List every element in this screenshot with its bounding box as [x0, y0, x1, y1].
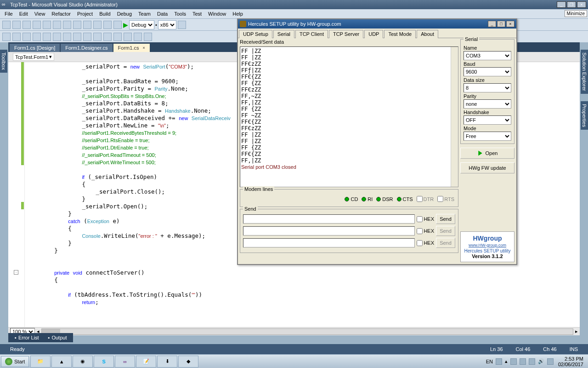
- menu-tools[interactable]: Tools: [171, 10, 189, 17]
- tray-icon-1[interactable]: [496, 358, 502, 365]
- tb2-5[interactable]: [43, 33, 51, 41]
- tb2-11[interactable]: [103, 33, 112, 41]
- rx-textarea[interactable]: FF |ZZ FF |ZZ FF€zZZ FFƒ|ZZ FF€{ZZ FF {Z…: [240, 46, 458, 187]
- check-dtr[interactable]: DTR: [417, 196, 434, 202]
- menu-window[interactable]: Window: [205, 10, 229, 17]
- logo-url[interactable]: www.HW-group.com: [464, 243, 511, 247]
- panel-tab-output[interactable]: ▪ Output: [45, 334, 70, 341]
- menu-test[interactable]: Test: [190, 10, 204, 17]
- config-select[interactable]: Debug: [129, 20, 154, 29]
- tb2-1[interactable]: [2, 33, 11, 41]
- send-input-1[interactable]: [243, 226, 415, 236]
- menu-view[interactable]: View: [32, 10, 48, 17]
- h-tab-tcp-server[interactable]: TCP Server: [329, 30, 363, 38]
- menu-refactor[interactable]: Refactor: [49, 10, 74, 17]
- tb2-7[interactable]: [63, 33, 71, 41]
- doc-tab[interactable]: Form1.cs [Design]: [10, 44, 60, 52]
- paste-icon[interactable]: [73, 21, 81, 29]
- class-dropdown[interactable]: TcpTest.Form1: [15, 54, 48, 60]
- tb2-3[interactable]: [23, 33, 31, 41]
- menu-team[interactable]: Team: [136, 10, 153, 17]
- taskbar-item-2[interactable]: ▲: [51, 356, 72, 368]
- start-button[interactable]: Start: [1, 356, 29, 367]
- h-minimize-button[interactable]: _: [488, 21, 496, 27]
- doc-tab[interactable]: Form1.Designer.cs: [61, 44, 112, 52]
- menu-build[interactable]: Build: [96, 10, 113, 17]
- taskbar-item-3[interactable]: ◉: [73, 356, 93, 368]
- save-icon[interactable]: [33, 21, 41, 29]
- add-item-icon[interactable]: [12, 21, 21, 29]
- scroll-right-icon[interactable]: ▸: [575, 328, 578, 334]
- h-close-button[interactable]: ×: [506, 21, 514, 27]
- panel-tab-error-list[interactable]: ▪ Error List: [12, 334, 42, 341]
- tb2-2[interactable]: [12, 33, 21, 41]
- h-tab-about[interactable]: About: [417, 30, 438, 38]
- tb2-4[interactable]: [33, 33, 41, 41]
- nav-fwd-icon[interactable]: [113, 21, 122, 29]
- tb2-12[interactable]: [113, 33, 122, 41]
- h-tab-udp[interactable]: UDP: [364, 30, 383, 38]
- tb2-10[interactable]: [93, 33, 102, 41]
- hex-check-1[interactable]: HEX: [417, 228, 434, 234]
- mode-select[interactable]: Free: [464, 132, 511, 141]
- open-file-icon[interactable]: [23, 21, 31, 29]
- h-tab-test-mode[interactable]: Test Mode: [384, 30, 416, 38]
- menu-help[interactable]: Help: [230, 10, 246, 17]
- open-port-button[interactable]: Open: [460, 148, 514, 159]
- taskbar-item-1[interactable]: 📁: [30, 356, 51, 368]
- undo-icon[interactable]: [83, 21, 91, 29]
- rx-scrollbar[interactable]: [451, 47, 458, 187]
- menu-data[interactable]: Data: [154, 10, 170, 17]
- doc-tab[interactable]: Form1.cs×: [113, 44, 150, 52]
- handshake-select[interactable]: OFF: [464, 115, 511, 125]
- h-maximize-button[interactable]: □: [497, 21, 505, 27]
- send-input-0[interactable]: [243, 214, 415, 224]
- volume-icon[interactable]: 🔊: [538, 358, 544, 364]
- taskbar-item-6[interactable]: 📝: [136, 356, 156, 368]
- restore-button[interactable]: ❐: [567, 1, 576, 8]
- hercules-titlebar[interactable]: Hercules SETUP utility by HW-group.com _…: [238, 19, 516, 29]
- h-tab-serial[interactable]: Serial: [273, 30, 294, 38]
- properties-tab[interactable]: Properties: [581, 101, 588, 130]
- tb2-8[interactable]: [73, 33, 81, 41]
- find-icon[interactable]: [178, 21, 186, 29]
- send-button-2[interactable]: Send: [436, 238, 455, 248]
- menu-debug[interactable]: Debug: [114, 10, 135, 17]
- port-name-select[interactable]: COM3: [464, 51, 511, 60]
- tb2-6[interactable]: [53, 33, 61, 41]
- platform-select[interactable]: x86: [158, 20, 176, 29]
- h-tab-tcp-client[interactable]: TCP Client: [295, 30, 328, 38]
- taskbar-clock[interactable]: 2:53 PM 02/06/2017: [556, 356, 585, 367]
- menu-edit[interactable]: Edit: [17, 10, 31, 17]
- tray-icon-5[interactable]: [547, 358, 554, 365]
- taskbar-item-7[interactable]: ⬇: [157, 356, 177, 368]
- parity-select[interactable]: none: [464, 99, 511, 109]
- close-tab-icon[interactable]: ×: [142, 46, 145, 50]
- save-all-icon[interactable]: [43, 21, 51, 29]
- datasize-select[interactable]: 8: [464, 83, 511, 92]
- hex-check-0[interactable]: HEX: [417, 216, 434, 222]
- h-tab-udp-setup[interactable]: UDP Setup: [239, 30, 272, 38]
- tray-icon-2[interactable]: [510, 358, 517, 365]
- fw-update-button[interactable]: HWg FW update: [460, 162, 514, 173]
- tray-expand-icon[interactable]: ▴: [505, 358, 508, 364]
- taskbar-item-4[interactable]: S: [94, 356, 114, 368]
- tb2-15[interactable]: [144, 33, 152, 41]
- solution-explorer-tab[interactable]: Solution Explorer: [581, 50, 588, 94]
- hex-check-2[interactable]: HEX: [417, 240, 434, 246]
- send-button-0[interactable]: Send: [436, 214, 455, 224]
- new-project-icon[interactable]: [2, 21, 11, 29]
- nav-back-icon[interactable]: [103, 21, 112, 29]
- baud-select[interactable]: 9600: [464, 67, 511, 76]
- menu-file[interactable]: File: [2, 10, 16, 17]
- taskbar-item-5[interactable]: ∞: [115, 356, 135, 368]
- minimize-button[interactable]: _: [557, 1, 566, 8]
- send-button-1[interactable]: Send: [436, 226, 455, 236]
- close-button[interactable]: ×: [577, 1, 586, 8]
- redo-icon[interactable]: [93, 21, 102, 29]
- start-debug-icon[interactable]: ▶: [123, 21, 128, 29]
- check-rts[interactable]: RTS: [437, 196, 454, 202]
- tb2-14[interactable]: [134, 33, 142, 41]
- toolbox-tab[interactable]: Toolbox: [0, 50, 7, 73]
- h-scrollbar[interactable]: [41, 328, 573, 335]
